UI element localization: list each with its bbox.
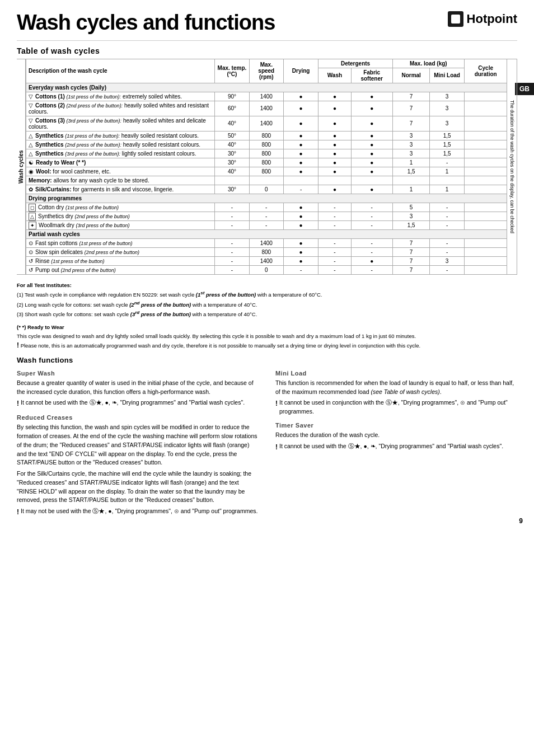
duration-val [464,247,507,256]
table-row: ◉Wool: for wool cashmere, etc. 40°800●●●… [26,167,507,176]
duration-val [464,265,507,274]
wash-val: - [318,238,351,247]
cycle-icon: △ [29,213,36,220]
fabric-val: ● [351,167,392,176]
cycle-icon: ◻ [29,204,36,212]
wash-val: ● [318,131,351,140]
cycle-duration-header: Cycle duration [464,59,507,83]
drying-val: ● [283,149,318,158]
wash-val: - [318,212,351,220]
wash-val: ● [318,149,351,158]
warning-icon-mini: ! [275,398,278,408]
timer-saver-title: Timer Saver [275,422,517,429]
warning-icon: ! [17,341,19,349]
row-desc: △Synthetics (1st press of the button): h… [26,131,215,140]
table-row: ⊙Slow spin delicates (2nd press of the b… [26,247,507,256]
test-institutes-header: For all Test Institutes: [17,281,517,289]
wash-functions-grid: Super Wash Because a greater quantity of… [17,370,517,519]
cycle-icon: ▽ [29,102,33,109]
brand-logo: Hotpoint [448,11,517,27]
temp-val: - [215,238,249,247]
wash-val: ● [318,101,351,116]
page-title: Wash cycles and functions [17,11,275,35]
drying-val: ● [283,247,318,256]
drying-val: ● [283,116,318,131]
normal-val: 1,5 [392,167,430,176]
duration-val [464,92,507,101]
mini-val: 3 [430,256,464,265]
mini-val: 3 [430,101,464,116]
temp-val: - [215,212,249,220]
mini-val: 3 [430,116,464,131]
everyday-section-header: Everyday wash cycles (Daily) [26,83,507,92]
wash-val: ● [318,140,351,149]
duration-val [464,131,507,140]
duration-val [464,238,507,247]
drying-val: ● [283,238,318,247]
temp-val: 40° [215,167,249,176]
fabric-val: ● [351,116,392,131]
speed-val: 800 [249,167,283,176]
wash-val: ● [318,92,351,101]
normal-val: 7 [392,247,430,256]
wash-table: Description of the wash cycle Max. temp.… [26,59,507,275]
row-desc: △Synthetics (3rd press of the button): l… [26,149,215,158]
warning-icon-super: ! [17,398,19,408]
temp-val: - [215,203,249,212]
duration-val [464,212,507,220]
speed-header: Max. speed (rpm) [249,59,283,83]
cycle-icon: ☯ [29,159,34,166]
wash-functions-right: Mini Load This function is recommended f… [275,370,517,519]
timer-saver-note: ! It cannot be used with the Ⓢ★, ●, ❧, "… [275,442,517,452]
drying-val: ● [283,203,318,212]
cycle-icon: △ [29,133,33,139]
warning-icon-timer: ! [275,442,278,452]
ready-to-wear-notes: (* *) Ready to Wear This cycle was desig… [17,323,517,350]
normal-val: 3 [392,140,430,149]
wash-functions-section: Wash functions Super Wash Because a grea… [17,356,517,519]
everyday-label: Everyday wash cycles (Daily) [26,83,507,92]
fabric-val: ● [351,101,392,116]
drying-val: - [283,265,318,274]
speed-val: - [249,203,283,212]
cycle-icon: ▽ [29,93,33,100]
cycle-icon: ↺ [29,267,33,273]
partial-section-header: Partial wash cycles [26,229,507,238]
table-section-title: Table of wash cycles [17,46,517,55]
cycle-icon: ⊙ [29,249,33,255]
table-row: ↺Pump out (2nd press of the button) -0--… [26,265,507,274]
mini-val: 1,5 [430,131,464,140]
normal-val: 7 [392,265,430,274]
wash-functions-left: Super Wash Because a greater quantity of… [17,370,259,519]
ready-to-wear-text: This cycle was designed to wash and dry … [17,332,517,340]
wash-header: Wash [318,68,351,83]
duration-val [464,220,507,229]
row-desc: ◻Cotton dry (1st press of the button) [26,203,215,212]
wash-val: - [318,265,351,274]
table-row: Memory: allows for any wash cycle to be … [26,176,507,185]
fabric-val: ● [351,140,392,149]
duration-val [464,176,507,185]
mini-val: 1 [430,185,464,194]
table-row: ▽Cottons (2) (2nd press of the button): … [26,101,507,116]
row-desc: ◉Wool: for wool cashmere, etc. [26,167,215,176]
speed-val: 800 [249,149,283,158]
drying-section-header: Drying programmes [26,194,507,203]
fabric-softener-header: Fabric softener [351,68,392,83]
table-row: △Synthetics (3rd press of the button): l… [26,149,507,158]
temp-val: - [215,247,249,256]
normal-val: 7 [392,101,430,116]
temp-val: 40° [215,116,249,131]
table-row: ▽Cottons (1) (1st press of the button): … [26,92,507,101]
temp-val: - [215,220,249,229]
normal-val: 3 [392,212,430,220]
normal-val: 7 [392,92,430,101]
cycle-icon: ✿ [29,186,33,192]
ready-to-wear-note: ! Please note, this is an automatically … [17,341,517,350]
mini-load-text: This function is recommended for when th… [275,379,517,397]
wash-functions-title: Wash functions [17,356,517,364]
mini-val: - [430,203,464,212]
drying-val [283,176,318,185]
temp-val: - [215,256,249,265]
page-number: 9 [519,517,523,525]
